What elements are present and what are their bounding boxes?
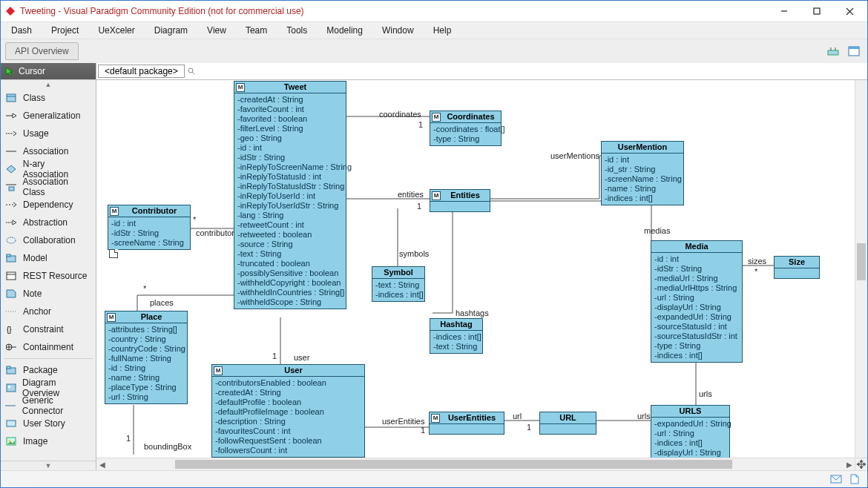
svg-rect-39: [7, 421, 16, 426]
class-urls[interactable]: URLS -expandedUrl : String-url : String-…: [651, 405, 730, 458]
close-button[interactable]: [833, 1, 866, 22]
palette-constraint[interactable]: {}Constraint: [1, 320, 96, 338]
class-size[interactable]: Size: [774, 256, 820, 279]
class-user[interactable]: MUser -contributorsEnabled : boolean-cre…: [211, 364, 365, 458]
note-status-icon[interactable]: [849, 474, 860, 484]
menu-tools[interactable]: Tools: [286, 25, 307, 36]
assoc-user: user: [294, 353, 309, 362]
palette-association-class[interactable]: Association Class: [1, 178, 96, 196]
class-tweet-attrs: -createdAt : String-favoriteCount : int-…: [234, 93, 346, 309]
maximize-button[interactable]: [800, 1, 833, 22]
palette-anchor[interactable]: Anchor: [1, 303, 96, 320]
palette-diagram-overview[interactable]: Diagram Overview: [1, 379, 96, 397]
svg-marker-59: [860, 466, 863, 469]
palette-image[interactable]: Image: [1, 432, 96, 450]
menu-diagram[interactable]: Diagram: [154, 25, 188, 36]
workspace: Cursor ▲ Class Generalization Usage Asso…: [1, 63, 867, 470]
svg-marker-14: [13, 113, 16, 118]
class-place[interactable]: MPlace -attributes : String[]-country : …: [105, 311, 188, 404]
palette-items: Class Generalization Usage Association N…: [1, 89, 96, 461]
menu-dash[interactable]: Dash: [11, 25, 32, 36]
assoc-sizes: sizes: [748, 257, 766, 266]
assoc-boundingbox: boundingBox: [144, 442, 191, 451]
horizontal-scrollbar[interactable]: ◀▶: [96, 458, 855, 470]
canvas-area: coordinates 1 * contributors * places 1 …: [96, 80, 867, 470]
palette-class[interactable]: Class: [1, 89, 96, 107]
palette-cursor[interactable]: Cursor: [1, 63, 96, 79]
class-contributor[interactable]: MContributor -id : int-idStr : String-sc…: [108, 205, 191, 250]
palette-model[interactable]: Model: [1, 249, 96, 267]
palette-usage[interactable]: Usage: [1, 125, 96, 142]
svg-point-41: [9, 440, 11, 442]
assoc-urls2: urls: [637, 412, 651, 421]
class-media[interactable]: Media -id : int-idStr : String-mediaUrl …: [651, 240, 743, 363]
svg-marker-22: [13, 220, 16, 225]
diagram-canvas[interactable]: coordinates 1 * contributors * places 1 …: [96, 80, 855, 458]
menu-window[interactable]: Window: [382, 25, 414, 36]
menubar: Dash Project UeXceler Diagram View Team …: [1, 22, 867, 39]
mult-1: 1: [418, 120, 423, 129]
mult-star3: *: [754, 267, 757, 276]
assoc-urls1: urls: [699, 389, 712, 398]
app-window: Tweeting - Visual Paradigm Community Edi…: [0, 0, 868, 488]
svg-rect-37: [8, 386, 10, 388]
palette-rest-resource[interactable]: REST Resource: [1, 267, 96, 285]
menu-help[interactable]: Help: [433, 25, 452, 36]
palette-generic-connector[interactable]: Generic Connector: [1, 397, 96, 415]
palette-generalization[interactable]: Generalization: [1, 107, 96, 125]
assoc-url: url: [513, 412, 522, 421]
mult-1u: 1: [272, 352, 277, 360]
cursor-icon: [5, 67, 14, 76]
svg-marker-17: [7, 165, 16, 173]
window-title: Tweeting - Visual Paradigm Community Edi…: [5, 6, 768, 16]
palette-containment[interactable]: Containment: [1, 338, 96, 356]
palette-abstraction[interactable]: Abstraction: [1, 214, 96, 231]
class-tweet[interactable]: MTweet -createdAt : String-favoriteCount…: [234, 81, 346, 309]
palette-collapse-down[interactable]: ▼: [1, 461, 96, 470]
menu-view[interactable]: View: [207, 25, 226, 36]
svg-text:{}: {}: [7, 326, 12, 334]
tab-bar: API Overview: [1, 39, 867, 63]
palette-package[interactable]: Package: [1, 361, 96, 379]
palette-user-story[interactable]: User Story: [1, 415, 96, 432]
svg-marker-61: [864, 463, 866, 466]
class-entities[interactable]: MEntities: [430, 189, 490, 212]
note-icon: [109, 249, 118, 258]
palette-collapse-up[interactable]: ▲: [1, 79, 96, 89]
search-icon[interactable]: [188, 67, 195, 75]
mult-1p: 1: [126, 434, 131, 443]
breadcrumb-package[interactable]: <default package>: [98, 65, 185, 78]
class-symbol[interactable]: Symbol -text : String-indices : int[]: [372, 266, 425, 302]
menu-modeling[interactable]: Modeling: [326, 25, 363, 36]
mail-icon[interactable]: [830, 475, 842, 484]
palette-association[interactable]: Association: [1, 142, 96, 160]
svg-marker-10: [6, 67, 13, 76]
palette-dependency[interactable]: Dependency: [1, 196, 96, 214]
pan-handle[interactable]: [855, 458, 867, 470]
class-coordinates[interactable]: MCoordinates -coordinates : float[]-type…: [430, 111, 502, 146]
palette-collaboration[interactable]: Collaboration: [1, 231, 96, 249]
class-usermention[interactable]: UserMention -id : int-id_str : String-sc…: [601, 141, 684, 205]
breadcrumb: <default package>: [96, 63, 867, 80]
tab-api-overview[interactable]: API Overview: [5, 42, 79, 60]
menu-team[interactable]: Team: [246, 25, 267, 36]
menu-project[interactable]: Project: [51, 25, 79, 36]
svg-point-23: [7, 237, 16, 243]
svg-marker-60: [857, 463, 859, 466]
mult-1url: 1: [527, 423, 531, 432]
minimize-button[interactable]: [768, 1, 800, 22]
class-url[interactable]: URL: [539, 412, 596, 435]
class-hashtag[interactable]: Hashtag -indices : int[]-text : String: [430, 318, 483, 354]
svg-marker-58: [860, 460, 863, 462]
class-userentities[interactable]: MUserEntities: [429, 412, 504, 435]
vertical-scrollbar[interactable]: [855, 80, 867, 458]
mult-1e: 1: [417, 202, 421, 211]
assoc-usermentions: userMentions: [550, 151, 599, 160]
palette-note[interactable]: Note: [1, 285, 96, 303]
assoc-medias: medias: [644, 226, 670, 235]
menu-uexceler[interactable]: UeXceler: [98, 25, 134, 36]
layout-icon[interactable]: [824, 42, 842, 60]
window-icon[interactable]: [845, 42, 863, 60]
svg-rect-19: [9, 187, 14, 191]
palette-nary-association[interactable]: N-ary Association: [1, 160, 96, 178]
